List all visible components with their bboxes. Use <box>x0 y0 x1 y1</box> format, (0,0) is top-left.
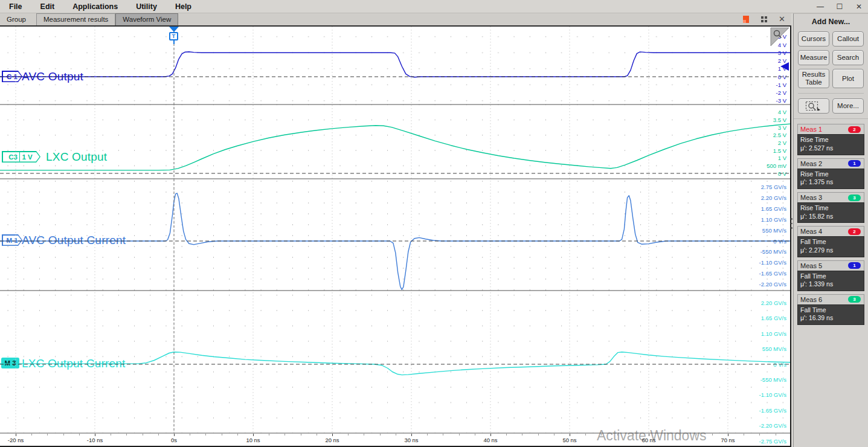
tab-group[interactable]: Group <box>0 14 33 25</box>
maximize-button[interactable]: ☐ <box>835 2 844 11</box>
channel-label-c1[interactable]: AVC Output <box>22 70 83 83</box>
time-tick <box>680 434 681 436</box>
time-tick <box>459 434 460 436</box>
channel-badge-c3[interactable]: C31 V <box>2 151 40 162</box>
meas-value: μ': 1.375 ns <box>800 178 861 187</box>
xtick-label: -10 ns <box>87 437 103 443</box>
xtick-label: 70 ns <box>721 437 735 443</box>
meas-title: Meas 6 <box>800 296 822 303</box>
meas-header: Meas 63 <box>797 294 864 304</box>
callout-button[interactable]: Callout <box>832 31 864 47</box>
meas-source-badge: 2 <box>848 228 861 235</box>
trigger-marker-arrow[interactable] <box>169 27 179 32</box>
meas-source-badge: 2 <box>848 126 861 133</box>
trigger-level-arrow[interactable] <box>780 62 789 71</box>
ytick-label-m1: 0 V/s <box>773 238 786 245</box>
xtick-label: 10 ns <box>246 437 260 443</box>
tabs: GroupMeasurement resultsWaveform View <box>0 13 178 25</box>
time-tick <box>744 434 744 436</box>
menu-help[interactable]: Help <box>166 2 201 11</box>
time-tick <box>63 434 64 436</box>
channel-badge-inner: C 1 <box>3 72 22 82</box>
ytick-label-m1: -1.65 GV/s <box>759 270 786 277</box>
ytick-label-m3: 0 V/s <box>773 361 786 368</box>
minimize-button[interactable]: — <box>816 2 825 11</box>
time-tick <box>348 434 349 436</box>
channel-label-c3[interactable]: LXC Output <box>46 150 107 164</box>
time-tick <box>633 434 634 436</box>
menu-edit[interactable]: Edit <box>31 2 64 11</box>
search-button[interactable]: Search <box>832 50 864 65</box>
measure-button[interactable]: Measure <box>798 50 829 65</box>
meas-card[interactable]: Meas 12Rise Timeμ': 2.527 ns <box>797 124 864 155</box>
time-tick <box>79 434 80 436</box>
channel-label-m3[interactable]: LXC Output Current <box>22 357 126 370</box>
meas-title: Meas 2 <box>800 160 822 167</box>
window-controls: —☐✕ <box>816 0 863 13</box>
time-tick <box>16 434 16 436</box>
add-new-buttons-row2: More... <box>798 93 864 114</box>
channel-badge-m1[interactable]: M 1 <box>2 234 22 246</box>
ytick-label-c1: 3 V <box>778 50 786 56</box>
layout-grid-icon[interactable] <box>760 16 768 23</box>
ytick-label-c1: 0 V <box>778 74 786 80</box>
time-tick <box>490 434 491 436</box>
zoom-box-icon <box>805 101 822 112</box>
meas-card[interactable]: Meas 63Fall Timeμ': 16.39 ns <box>797 294 864 325</box>
tab-measurement-results[interactable]: Measurement results <box>36 13 115 25</box>
time-tick <box>712 434 713 436</box>
close-icon[interactable]: ✕ <box>779 16 785 23</box>
meas-source-badge: 3 <box>848 195 861 201</box>
meas-title: Meas 5 <box>800 262 822 269</box>
menu-bar: FileEditApplicationsUtilityHelp —☐✕ <box>0 0 868 13</box>
zoom-select-button[interactable] <box>798 98 829 114</box>
ytick-label-m1: -550 MV/s <box>760 248 786 255</box>
ytick-label-m1: 550 MV/s <box>762 227 786 234</box>
meas-type: Rise Time <box>800 204 861 213</box>
time-tick <box>317 434 317 436</box>
channel-badge-c1[interactable]: C 1 <box>2 71 22 82</box>
cursors-button[interactable]: Cursors <box>798 31 829 47</box>
meas-card[interactable]: Meas 21Rise Timeμ': 1.375 ns <box>797 158 864 189</box>
menu-utility[interactable]: Utility <box>127 2 166 11</box>
trigger-marker[interactable]: T <box>169 32 178 40</box>
document-icon[interactable] <box>742 15 750 24</box>
meas-type: Rise Time <box>800 170 861 179</box>
waveform-view: Activate Windows 5 V4 V3 V2 V1 V0 V-1 V-… <box>0 27 791 447</box>
ytick-label-c3: 1.5 V <box>773 147 786 154</box>
channel-badge-text: M 1 <box>4 237 19 244</box>
menu-applications[interactable]: Applications <box>63 2 127 11</box>
meas-source-badge: 3 <box>848 296 861 303</box>
channel-badge-m3[interactable]: M 3 <box>1 358 19 368</box>
tab-waveform-view[interactable]: Waveform View <box>115 13 178 25</box>
meas-title: Meas 3 <box>800 194 822 201</box>
more-button[interactable]: More... <box>832 98 864 114</box>
time-tick <box>506 434 507 436</box>
time-tick <box>31 434 32 436</box>
time-tick <box>396 434 396 436</box>
meas-card[interactable]: Meas 51Fall Timeμ': 1.339 ns <box>797 260 864 291</box>
menu-file[interactable]: File <box>0 2 31 11</box>
meas-title: Meas 1 <box>800 126 822 133</box>
ytick-label-m1: 1.10 GV/s <box>761 216 786 223</box>
ytick-label-c1: 5 V <box>778 33 786 40</box>
meas-card[interactable]: Meas 33Rise Timeμ': 15.82 ns <box>797 192 864 223</box>
ytick-label-c3: 500 mV <box>767 162 786 169</box>
time-tick <box>380 434 381 436</box>
channel-label-m1[interactable]: AVC Output Current <box>22 234 126 247</box>
channel-badge-text: C 1 <box>5 73 19 80</box>
meas-source-badge: 1 <box>848 160 861 167</box>
panel-splitter-handle[interactable] <box>791 218 792 229</box>
time-tick <box>158 434 159 436</box>
xtick-label: -20 ns <box>8 437 24 443</box>
meas-body: Fall Timeμ': 16.39 ns <box>797 304 864 325</box>
results-table-button[interactable]: Results Table <box>798 69 829 88</box>
meas-card[interactable]: Meas 42Fall Timeμ': 2.279 ns <box>797 226 864 257</box>
xtick-label: 20 ns <box>325 437 339 443</box>
close-button[interactable]: ✕ <box>855 2 863 11</box>
meas-value: μ': 2.279 ns <box>800 246 861 255</box>
ytick-label-m3: 1.10 GV/s <box>761 330 786 337</box>
meas-type: Fall Time <box>800 272 861 281</box>
ytick-label-m1: 1.65 GV/s <box>761 205 786 212</box>
plot-button[interactable]: Plot <box>832 69 864 88</box>
